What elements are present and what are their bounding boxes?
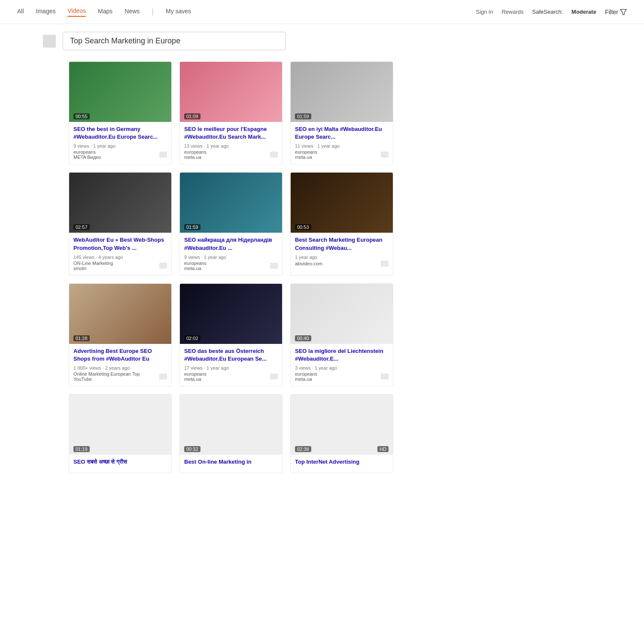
nav-all[interactable]: All [17, 8, 24, 16]
video-title[interactable]: SEO la migliore del Liechtenstein #Webau… [295, 347, 389, 363]
rewards-button[interactable]: Rewards [501, 9, 523, 15]
video-title[interactable]: SEO सबसे अच्छा से ग्रीस [73, 458, 167, 466]
video-card[interactable]: 01:09SEO le meilleur pour l'Espagne #Web… [179, 61, 283, 164]
video-card[interactable]: 01:28Advertising Best Europe SEO Shops f… [69, 283, 172, 386]
video-card[interactable]: 01:59SEO en iyi Malta #Webauditor.Eu Eur… [290, 61, 393, 164]
search-area [0, 24, 644, 55]
video-source-name: meta.ua [295, 377, 317, 382]
sign-in-button[interactable]: Sign in [476, 9, 493, 15]
video-title[interactable]: Best Search Marketing European Consultin… [295, 236, 389, 252]
thumbnail-wrap: 00:53 [291, 173, 393, 233]
filter-button[interactable]: Filter [605, 9, 627, 15]
video-title[interactable]: Best On-line Marketing in [184, 458, 278, 466]
nav-separator: | [152, 7, 154, 16]
video-channel: europeans [184, 149, 207, 155]
video-card[interactable]: 00:32Best On-line Marketing in [179, 394, 283, 473]
video-title[interactable]: SEO le meilleur pour l'Espagne #Webaudit… [184, 125, 278, 141]
duration-badge: 00:55 [73, 113, 90, 119]
video-title[interactable]: SEO en iyi Malta #Webauditor.Eu Europe S… [295, 125, 389, 141]
source-icon [270, 263, 278, 269]
thumbnail-wrap: 01:59 [180, 173, 282, 233]
video-meta: 1 000+ views · 2 years ago [73, 365, 167, 371]
video-source-row: europeansmeta.ua [184, 261, 278, 271]
video-source-name: YouTube [73, 377, 140, 382]
video-channel: ON-Line Marketing [73, 261, 113, 266]
video-info: SEO en iyi Malta #Webauditor.Eu Europe S… [291, 122, 393, 164]
thumbnail-wrap: 01:28 [69, 284, 171, 344]
thumbnail-wrap: 01:59 [291, 62, 393, 122]
video-channel: Online Marketing European Top [73, 371, 140, 377]
video-card[interactable]: 02:57WebAuditor Eu » Best Web-Shops Prom… [69, 172, 172, 275]
video-channel: europeans [295, 371, 317, 377]
thumbnail-wrap: 00:40 [291, 284, 393, 344]
search-input[interactable] [63, 32, 286, 50]
hd-badge: HD [377, 446, 389, 452]
duration-badge: 02:57 [73, 224, 90, 230]
source-icon [159, 152, 167, 158]
video-source-name: meta.ua [184, 377, 207, 382]
video-card[interactable]: 01:19SEO सबसे अच्छा से ग्रीस [69, 394, 172, 473]
video-grid: 00:55SEO the best in Germany #Webauditor… [0, 55, 644, 480]
video-meta: 13 views · 1 year ago [184, 143, 278, 149]
filter-label: Filter [605, 9, 618, 15]
video-card[interactable]: 02:02SEO das beste aus Österreich #Webau… [179, 283, 283, 386]
nav-right: Sign in Rewards SafeSearch: Moderate Fil… [476, 9, 627, 15]
nav-news[interactable]: News [125, 8, 140, 16]
video-card[interactable]: 00:53Best Search Marketing European Cons… [290, 172, 393, 275]
video-info: Best Search Marketing European Consultin… [291, 233, 393, 270]
video-info: SEO das beste aus Österreich #Webauditor… [180, 344, 282, 386]
source-info: akivideo.com [295, 261, 322, 266]
video-card[interactable]: 02:38HDTop InterNet Advertising [290, 394, 393, 473]
duration-badge: 02:38 [295, 446, 311, 452]
nav-my-saves[interactable]: My saves [166, 8, 191, 16]
duration-badge: 01:19 [73, 446, 90, 452]
duration-badge: 01:09 [184, 113, 200, 119]
video-channel: europeans [295, 149, 317, 155]
source-info: europeansMETA Видео [73, 149, 101, 160]
video-info: Advertising Best Europe SEO Shops from #… [69, 344, 171, 386]
source-icon [381, 374, 389, 380]
video-card[interactable]: 01:59SEO найкраща для Нідерландів #Webau… [179, 172, 283, 275]
thumbnail-wrap: 00:32 [180, 395, 282, 455]
nav-videos[interactable]: Videos [67, 7, 86, 17]
video-source-name: meta.ua [184, 266, 207, 271]
duration-badge: 00:53 [295, 224, 311, 230]
source-info: europeansmeta.ua [295, 149, 317, 160]
video-info: SEO सबसे अच्छा से ग्रीस [69, 455, 171, 473]
duration-badge: 02:02 [184, 335, 200, 341]
video-meta: 3 views · 1 year ago [295, 365, 389, 371]
safe-search-value[interactable]: Moderate [571, 9, 596, 15]
video-info: SEO le meilleur pour l'Espagne #Webaudit… [180, 122, 282, 164]
source-icon [270, 152, 278, 158]
video-channel: europeans [73, 149, 101, 155]
video-card[interactable]: 00:55SEO the best in Germany #Webauditor… [69, 61, 172, 164]
video-title[interactable]: SEO найкраща для Нідерландів #Webauditor… [184, 236, 278, 252]
video-meta: 145 views · 4 years ago [73, 255, 167, 260]
nav-images[interactable]: Images [36, 8, 56, 16]
source-icon [381, 152, 389, 158]
video-info: Best On-line Marketing in [180, 455, 282, 473]
source-icon [159, 374, 167, 380]
source-info: ON-Line Marketingsmotri [73, 261, 113, 271]
video-card[interactable]: 00:40SEO la migliore del Liechtenstein #… [290, 283, 393, 386]
source-info: Online Marketing European TopYouTube [73, 371, 140, 382]
nav-maps[interactable]: Maps [98, 8, 112, 16]
video-info: SEO the best in Germany #Webauditor.Eu E… [69, 122, 171, 164]
logo [43, 35, 56, 48]
video-info: WebAuditor Eu » Best Web-Shops Promotion… [69, 233, 171, 275]
video-title[interactable]: Top InterNet Advertising [295, 458, 389, 466]
video-title[interactable]: Advertising Best Europe SEO Shops from #… [73, 347, 167, 363]
duration-badge: 01:59 [295, 113, 311, 119]
video-source-name: akivideo.com [295, 261, 322, 266]
video-meta: 1 year ago [295, 255, 389, 260]
video-title[interactable]: WebAuditor Eu » Best Web-Shops Promotion… [73, 236, 167, 252]
duration-badge: 00:32 [184, 446, 200, 452]
video-title[interactable]: SEO the best in Germany #Webauditor.Eu E… [73, 125, 167, 141]
source-info: europeansmeta.ua [295, 371, 317, 382]
video-source-name: meta.ua [184, 155, 207, 160]
filter-icon [620, 9, 627, 15]
video-source-name: smotri [73, 266, 113, 271]
source-info: europeansmeta.ua [184, 261, 207, 271]
duration-badge: 01:59 [184, 224, 200, 230]
video-title[interactable]: SEO das beste aus Österreich #Webauditor… [184, 347, 278, 363]
